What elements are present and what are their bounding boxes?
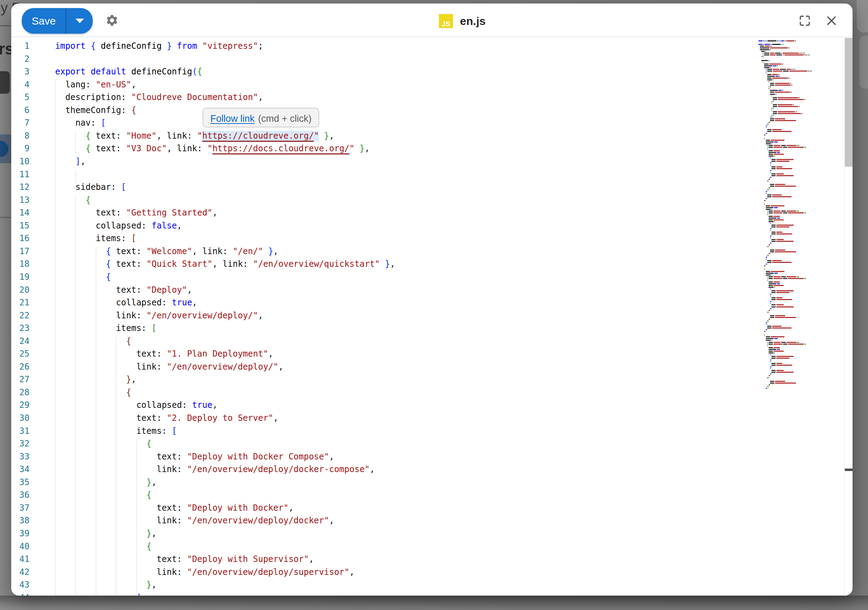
- line-number: 23: [11, 323, 29, 333]
- save-button[interactable]: Save: [22, 8, 66, 34]
- indent-guides: [55, 246, 105, 259]
- code-line: 19{: [11, 272, 749, 285]
- indent-guides: [55, 259, 105, 272]
- code-line: 37text: "Deploy with Docker",: [11, 503, 749, 516]
- indent-guides: [55, 221, 95, 234]
- indent-guides: [55, 400, 136, 413]
- indent-guides: [55, 490, 146, 503]
- fullscreen-button[interactable]: [798, 14, 811, 27]
- dialog-header: Save JS en.js: [11, 3, 852, 37]
- line-number: 35: [11, 477, 29, 487]
- indent-guides: [55, 362, 136, 375]
- indent-guides: [55, 375, 126, 387]
- line-number: 29: [11, 400, 29, 410]
- line-number: 15: [11, 221, 29, 231]
- line-number: 44: [11, 593, 29, 596]
- indent-guides: [55, 170, 85, 183]
- follow-link-hint: (cmd + click): [258, 113, 312, 124]
- dialog-title: JS en.js: [439, 13, 486, 29]
- overview-ruler-marker: [845, 469, 852, 471]
- line-number: 7: [11, 118, 29, 128]
- code-line: 3export default defineConfig({: [11, 67, 749, 80]
- indent-guides: [55, 529, 146, 542]
- indent-guides: [55, 234, 95, 246]
- code-line: 16items: [: [11, 234, 749, 246]
- code-line: 42link: "/en/overview/deploy/supervisor"…: [11, 567, 749, 580]
- indent-guides: [55, 144, 85, 156]
- scrollbar-thumb[interactable]: [845, 38, 852, 167]
- code-line: 10],: [11, 156, 749, 170]
- save-options-dropdown-button[interactable]: [67, 8, 93, 34]
- code-line: 11: [11, 170, 749, 183]
- line-number: 8: [11, 131, 29, 141]
- code-line: 27},: [11, 375, 749, 387]
- code-line: 5description: "Cloudreve Documentation",: [11, 92, 749, 105]
- code-line: 13{: [11, 195, 749, 208]
- code-line: 32{: [11, 439, 749, 452]
- code-line: 7nav: [: [11, 118, 749, 131]
- follow-link[interactable]: Follow link: [210, 113, 254, 124]
- follow-link-tooltip: Follow link (cmd + click): [203, 108, 319, 127]
- indent-guides: [55, 580, 146, 593]
- background-button-fragment: [0, 71, 10, 94]
- line-number: 27: [11, 375, 29, 384]
- line-number: 18: [11, 259, 29, 269]
- indent-guides: [55, 311, 115, 324]
- line-number: 11: [11, 170, 29, 180]
- detected-link[interactable]: https://cloudreve.org/: [202, 131, 314, 141]
- line-number: 22: [11, 311, 29, 320]
- background-panel-fragment: [857, 0, 868, 32]
- indent-guides: [55, 285, 115, 298]
- line-number: 39: [11, 529, 29, 539]
- line-number: 21: [11, 297, 29, 308]
- chevron-down-icon: [76, 19, 84, 23]
- code-line: 40{: [11, 542, 749, 554]
- code-line: 6themeConfig: {: [11, 105, 749, 118]
- indent-guides: [55, 542, 146, 554]
- line-number: 9: [11, 144, 29, 153]
- line-number: 13: [11, 195, 29, 205]
- code-line: 44],: [11, 593, 749, 596]
- line-number: 6: [11, 105, 29, 115]
- code-line: 43},: [11, 580, 749, 593]
- code-line: 29collapsed: true,: [11, 400, 749, 413]
- code-line: 14text: "Getting Started",: [11, 208, 749, 221]
- indent-guides: [55, 349, 136, 362]
- indent-guides: [55, 464, 156, 477]
- minimap[interactable]: [758, 38, 844, 596]
- code-line: 21collapsed: true,: [11, 297, 749, 311]
- code-line: 22link: "/en/overview/deploy/",: [11, 311, 749, 324]
- file-name: en.js: [460, 15, 486, 28]
- background-panel-fragment: [860, 36, 868, 88]
- vertical-scrollbar[interactable]: [844, 38, 852, 596]
- screen: y F rs Save JS e: [0, 0, 868, 610]
- code-line: 4lang: "en-US",: [11, 80, 749, 93]
- code-line: 12sidebar: [: [11, 182, 749, 195]
- background-divider: [0, 217, 12, 218]
- javascript-file-icon: JS: [439, 14, 453, 28]
- code-editor[interactable]: 1import { defineConfig } from "vitepress…: [11, 38, 852, 596]
- indent-guides: [55, 387, 126, 401]
- code-line: 33text: "Deploy with Docker Compose",: [11, 452, 749, 465]
- line-number: 16: [11, 234, 29, 243]
- line-number: 10: [11, 156, 29, 166]
- code-line: 17{ text: "Welcome", link: "/en/" },: [11, 246, 749, 259]
- line-number: 31: [11, 426, 29, 436]
- line-number: 17: [11, 246, 29, 256]
- settings-button[interactable]: [105, 14, 119, 27]
- line-number: 2: [11, 54, 29, 64]
- detected-link[interactable]: https://docs.cloudreve.org/: [212, 144, 349, 153]
- line-number: 32: [11, 439, 29, 449]
- indent-guides: [55, 503, 156, 516]
- indent-guides: [55, 105, 65, 118]
- indent-guides: [55, 297, 115, 311]
- close-icon: [825, 14, 838, 27]
- code-line: 15collapsed: false,: [11, 221, 749, 234]
- indent-guides: [55, 156, 75, 170]
- code-line: 30text: "2. Deploy to Server",: [11, 413, 749, 426]
- line-number: 19: [11, 272, 29, 282]
- line-number: 25: [11, 349, 29, 359]
- code-line: 24{: [11, 336, 749, 349]
- code-line: 35},: [11, 477, 749, 490]
- close-button[interactable]: [825, 14, 838, 27]
